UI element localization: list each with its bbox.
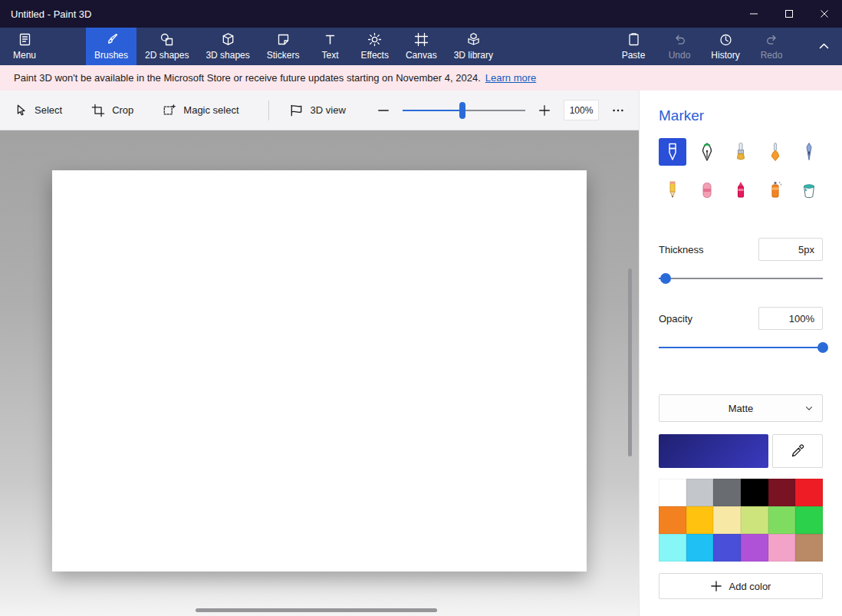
color-swatch[interactable] xyxy=(741,534,768,562)
color-swatch[interactable] xyxy=(713,506,741,534)
add-color-label: Add color xyxy=(729,581,771,592)
color-swatch[interactable] xyxy=(768,506,796,534)
action-label: Paste xyxy=(622,50,646,61)
zoom-slider-handle[interactable] xyxy=(459,102,465,119)
learn-more-link[interactable]: Learn more xyxy=(485,72,536,84)
tab-label: 3D library xyxy=(454,50,493,61)
tool-pixel-pen[interactable] xyxy=(795,138,823,166)
select-button[interactable]: Select xyxy=(14,104,62,117)
color-swatch[interactable] xyxy=(795,479,823,506)
tab-text[interactable]: Text xyxy=(308,28,352,65)
opacity-slider-handle[interactable] xyxy=(817,342,828,353)
crop-button[interactable]: Crop xyxy=(91,104,133,117)
horizontal-scrollbar[interactable] xyxy=(196,608,437,612)
tool-spray-can[interactable] xyxy=(761,176,789,204)
3d-library-icon xyxy=(466,32,481,47)
thickness-field[interactable]: 5px xyxy=(758,238,823,261)
3d-view-icon xyxy=(289,103,304,117)
eyedropper-icon xyxy=(790,443,805,459)
tool-watercolor[interactable] xyxy=(761,138,789,166)
undo-button[interactable]: Undo xyxy=(656,28,702,65)
collapse-ribbon-button[interactable] xyxy=(805,28,842,65)
canvas-toolbar: Select Crop Magic select 3D view xyxy=(0,91,639,130)
redo-button[interactable]: Redo xyxy=(748,28,794,65)
zoom-value-field[interactable]: 100% xyxy=(564,100,599,120)
opacity-slider[interactable] xyxy=(659,339,823,356)
tab-stickers[interactable]: Stickers xyxy=(258,28,308,65)
tool-pencil[interactable] xyxy=(659,176,686,204)
tab-label: 3D shapes xyxy=(206,50,249,61)
color-swatch[interactable] xyxy=(713,534,741,562)
ribbon-actions: Paste Undo History Redo xyxy=(610,28,842,65)
color-swatch[interactable] xyxy=(768,479,796,506)
color-swatch[interactable] xyxy=(659,534,686,562)
color-swatch[interactable] xyxy=(659,506,686,534)
magic-select-button[interactable]: Magic select xyxy=(163,104,238,117)
maximize-icon xyxy=(785,10,793,18)
eyedropper-button[interactable] xyxy=(772,434,823,468)
more-options-button[interactable] xyxy=(611,104,625,117)
magic-select-label: Magic select xyxy=(183,104,238,116)
3d-shapes-icon xyxy=(221,32,235,47)
tool-crayon[interactable] xyxy=(727,176,755,204)
tab-effects[interactable]: Effects xyxy=(352,28,396,65)
brushes-panel: Marker xyxy=(639,91,842,616)
tool-eraser[interactable] xyxy=(693,176,721,204)
tool-fill[interactable] xyxy=(795,176,823,204)
spray-can-icon xyxy=(765,180,786,201)
maximize-button[interactable] xyxy=(771,0,807,28)
history-button[interactable]: History xyxy=(702,28,748,65)
current-color-swatch[interactable] xyxy=(659,434,768,468)
tab-3d-shapes[interactable]: 3D shapes xyxy=(197,28,258,65)
color-swatch[interactable] xyxy=(686,534,714,562)
color-swatch[interactable] xyxy=(659,479,686,506)
color-swatch[interactable] xyxy=(686,479,714,506)
opacity-slider-fill xyxy=(659,347,823,348)
zoom-slider[interactable] xyxy=(403,102,525,119)
color-swatch[interactable] xyxy=(686,506,714,534)
update-banner: Paint 3D won't be available in the Micro… xyxy=(0,65,842,91)
minimize-button[interactable] xyxy=(736,0,771,28)
color-swatch[interactable] xyxy=(795,506,823,534)
crop-label: Crop xyxy=(112,104,133,116)
window-controls xyxy=(736,0,842,28)
zoom-out-button[interactable] xyxy=(377,104,390,117)
tool-calligraphy-pen[interactable] xyxy=(693,138,721,166)
color-swatch[interactable] xyxy=(713,479,741,506)
opacity-field[interactable]: 100% xyxy=(758,307,823,330)
color-swatch[interactable] xyxy=(741,479,768,506)
add-color-icon xyxy=(711,581,722,591)
drawing-canvas[interactable] xyxy=(52,170,587,572)
vertical-scrollbar[interactable] xyxy=(628,268,632,456)
finish-dropdown[interactable]: Matte xyxy=(659,394,823,422)
color-swatch[interactable] xyxy=(768,534,796,562)
action-label: Redo xyxy=(761,50,783,61)
pixel-pen-icon xyxy=(798,141,820,163)
3d-view-label: 3D view xyxy=(311,104,346,116)
thickness-slider[interactable] xyxy=(659,270,823,287)
zoom-out-icon xyxy=(377,104,390,117)
3d-view-button[interactable]: 3D view xyxy=(289,103,346,117)
add-color-button[interactable]: Add color xyxy=(659,573,823,599)
crayon-icon xyxy=(730,180,752,201)
menu-button[interactable]: Menu xyxy=(0,28,49,65)
tab-2d-shapes[interactable]: 2D shapes xyxy=(136,28,197,65)
eraser-icon xyxy=(696,180,718,201)
menu-label: Menu xyxy=(13,50,36,61)
close-button[interactable] xyxy=(807,0,842,28)
tab-label: 2D shapes xyxy=(145,50,189,61)
zoom-controls: 100% xyxy=(377,100,625,120)
zoom-in-button[interactable] xyxy=(538,104,551,117)
tool-oil-brush[interactable] xyxy=(727,138,755,166)
tab-brushes[interactable]: Brushes xyxy=(86,28,136,65)
tab-3d-library[interactable]: 3D library xyxy=(446,28,502,65)
color-swatch[interactable] xyxy=(741,506,768,534)
paste-button[interactable]: Paste xyxy=(610,28,656,65)
select-label: Select xyxy=(35,104,62,116)
tool-marker[interactable] xyxy=(659,138,686,166)
tab-canvas[interactable]: Canvas xyxy=(397,28,446,65)
dropdown-chevron-icon xyxy=(804,403,814,413)
canvas-icon xyxy=(414,32,429,47)
thickness-slider-handle[interactable] xyxy=(660,273,671,284)
color-swatch[interactable] xyxy=(795,534,823,562)
